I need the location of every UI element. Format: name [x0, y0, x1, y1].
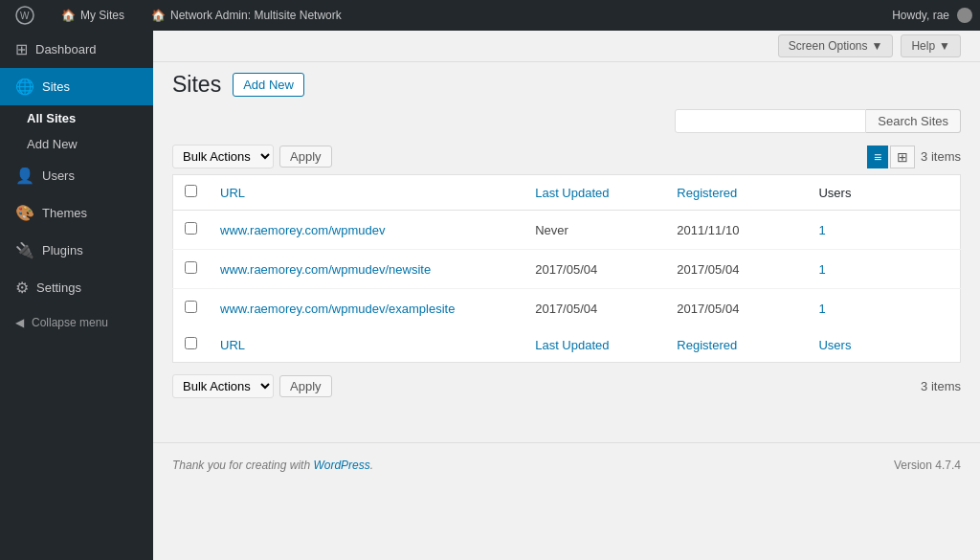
site-url-2[interactable]: www.raemorey.com/wpmudev/examplesite: [220, 302, 455, 316]
collapse-label: Collapse menu: [32, 316, 108, 329]
footer-wp-link[interactable]: WordPress: [313, 459, 369, 472]
add-new-button[interactable]: Add New: [233, 73, 304, 97]
bulk-actions-bottom: Bulk Actions Apply 3 items: [172, 369, 961, 404]
row-checkbox-2[interactable]: [185, 301, 197, 313]
wp-logo-item[interactable]: W: [8, 0, 42, 31]
sidebar: ⊞ Dashboard 🌐 Sites All Sites Add New 👤 …: [0, 31, 153, 560]
footer-thanks: Thank you for creating with WordPress.: [172, 459, 373, 472]
help-chevron-icon: ▼: [939, 39, 950, 53]
view-icons: ≡ ⊞: [867, 146, 915, 168]
network-icon: 🏠: [151, 9, 166, 22]
wrap: Sites Add New Search Sites Bulk Actions …: [153, 62, 980, 423]
search-sites-button[interactable]: Search Sites: [866, 109, 961, 133]
last-updated-col-header: Last Updated: [535, 186, 609, 200]
page-footer: Thank you for creating with WordPress. V…: [153, 442, 980, 487]
last-updated-col-footer: Last Updated: [535, 338, 609, 352]
bulk-left-bottom: Bulk Actions Apply: [172, 374, 332, 398]
plugins-icon: 🔌: [15, 241, 34, 259]
wp-logo-icon: W: [15, 6, 34, 25]
page-title-row: Sites Add New: [172, 72, 961, 98]
th-registered[interactable]: Registered: [665, 175, 807, 211]
url-col-header: URL: [220, 186, 245, 200]
footer-version: Version 4.7.4: [894, 459, 961, 472]
settings-icon: ⚙: [15, 279, 29, 297]
bulk-apply-button-bottom[interactable]: Apply: [279, 375, 332, 397]
users-link-2[interactable]: 1: [818, 302, 825, 316]
tf-registered[interactable]: Registered: [665, 327, 807, 363]
items-count-bottom: 3 items: [921, 379, 961, 393]
registered-1: 2017/05/04: [665, 250, 807, 289]
registered-col-header: Registered: [677, 186, 737, 200]
row-checkbox-1[interactable]: [185, 261, 197, 274]
footer-thank-you-text: Thank you for creating with: [172, 459, 313, 472]
top-bar: Screen Options ▼ Help ▼: [153, 31, 980, 62]
sites-table: URL Last Updated Registered Users: [172, 174, 961, 363]
table-row: www.raemorey.com/wpmudev/newsite 2017/05…: [173, 250, 961, 289]
screen-options-button[interactable]: Screen Options ▼: [778, 34, 894, 57]
home-icon: 🏠: [61, 9, 76, 22]
sidebar-item-users[interactable]: 👤 Users: [0, 157, 153, 194]
table-row: www.raemorey.com/wpmudev Never 2011/11/1…: [173, 211, 961, 250]
users-link-1[interactable]: 1: [818, 262, 825, 277]
row-checkbox-0[interactable]: [185, 222, 197, 235]
sidebar-item-themes-label: Themes: [42, 206, 87, 220]
help-label: Help: [911, 39, 935, 53]
page-title: Sites: [172, 72, 221, 98]
th-last-updated[interactable]: Last Updated: [523, 175, 665, 211]
users-icon: 👤: [15, 167, 34, 185]
sidebar-item-dashboard-label: Dashboard: [35, 42, 97, 56]
admin-bar: W 🏠 My Sites 🏠 Network Admin: Multisite …: [0, 0, 980, 31]
list-view-icon[interactable]: ≡: [867, 146, 888, 168]
adminbar-right: Howdy, rae: [892, 8, 972, 23]
my-sites-label: My Sites: [80, 9, 124, 22]
sidebar-subitem-add-new[interactable]: Add New: [0, 131, 153, 157]
site-url-0[interactable]: www.raemorey.com/wpmudev: [220, 223, 385, 237]
table-header-row: URL Last Updated Registered Users: [173, 175, 961, 211]
howdy-label: Howdy, rae: [892, 9, 949, 22]
screen-options-chevron-icon: ▼: [872, 39, 883, 53]
bulk-actions-select-bottom[interactable]: Bulk Actions: [172, 374, 274, 398]
th-url[interactable]: URL: [209, 175, 523, 211]
sidebar-item-dashboard[interactable]: ⊞ Dashboard: [0, 31, 153, 68]
network-label-item[interactable]: 🏠 Network Admin: Multisite Network: [144, 0, 349, 31]
registered-col-footer: Registered: [677, 338, 737, 352]
themes-icon: 🎨: [15, 204, 34, 222]
last-updated-0: Never: [523, 211, 665, 250]
tf-last-updated[interactable]: Last Updated: [523, 327, 665, 363]
bulk-actions-select-top[interactable]: Bulk Actions: [172, 145, 274, 168]
sidebar-item-settings[interactable]: ⚙ Settings: [0, 269, 153, 306]
my-sites-item[interactable]: 🏠 My Sites: [54, 0, 132, 31]
bulk-right-top: ≡ ⊞ 3 items: [867, 146, 961, 168]
screen-options-label: Screen Options: [789, 39, 868, 53]
tf-url[interactable]: URL: [209, 327, 523, 363]
users-link-0[interactable]: 1: [818, 223, 825, 237]
help-button[interactable]: Help ▼: [901, 34, 961, 57]
th-users: Users: [807, 175, 960, 211]
sidebar-subitem-all-sites[interactable]: All Sites: [0, 105, 153, 131]
add-new-sub-label: Add New: [27, 137, 78, 151]
table-row: www.raemorey.com/wpmudev/examplesite 201…: [173, 289, 961, 328]
sidebar-item-settings-label: Settings: [36, 280, 81, 295]
search-sites-input[interactable]: [675, 109, 866, 133]
grid-view-icon[interactable]: ⊞: [890, 146, 915, 168]
url-col-footer: URL: [220, 338, 245, 352]
user-avatar: [957, 8, 972, 23]
sidebar-item-themes[interactable]: 🎨 Themes: [0, 194, 153, 232]
site-url-1[interactable]: www.raemorey.com/wpmudev/newsite: [220, 262, 431, 277]
sidebar-collapse[interactable]: ◀ Collapse menu: [0, 306, 153, 339]
bulk-right-bottom: 3 items: [921, 379, 961, 393]
select-all-checkbox-bottom[interactable]: [185, 337, 197, 349]
users-col-header: Users: [818, 186, 851, 200]
bulk-apply-button-top[interactable]: Apply: [279, 146, 332, 168]
main-content: Screen Options ▼ Help ▼ Sites Add New Se…: [153, 31, 980, 560]
users-col-footer: Users: [818, 338, 851, 352]
select-all-checkbox-top[interactable]: [185, 185, 197, 197]
th-checkbox: [173, 175, 210, 211]
svg-text:W: W: [20, 11, 30, 21]
sidebar-item-sites[interactable]: 🌐 Sites: [0, 68, 153, 105]
all-sites-label: All Sites: [27, 111, 76, 125]
tf-checkbox: [173, 327, 210, 363]
sidebar-item-users-label: Users: [42, 168, 75, 183]
sites-icon: 🌐: [15, 78, 34, 96]
sidebar-item-plugins[interactable]: 🔌 Plugins: [0, 232, 153, 269]
